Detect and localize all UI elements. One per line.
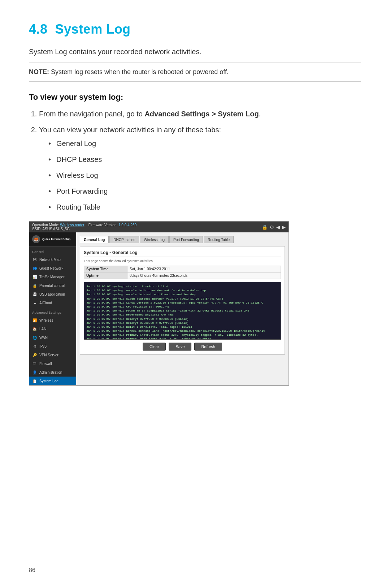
sc-topbar: Operation Mode: Wireless router Firmware… [29,222,289,232]
log-line: Jan 1 00:09:97 kernel: klogd started: Bu… [86,297,278,301]
sc-sidebar-firewall-label: Firewall [39,362,52,366]
log-line: Jan 1 00:09:97 kernel: Primary data cach… [86,337,278,340]
system-log-icon: 📋 [32,378,37,383]
subsection-title: To view your system log: [29,93,361,102]
tab-general-log[interactable]: General Log [80,236,109,243]
back-icon: ◀ [276,224,280,230]
sc-info-uptime-value: 0days 0hours 40minutes 23seconds [127,272,281,279]
note-box: NOTE: System log resets when the router … [29,63,361,82]
sc-ssid: SSID: ASUS ASUS_5G [32,227,136,231]
sc-log-area: Jan 1 00:09:97 syslogd started: BusyBox … [84,282,281,340]
sc-sidebar-traffic-manager-label: Traffic Manager [39,275,64,279]
sc-sidebar-aicloud-label: AiCloud [39,301,52,305]
tab-port-forwarding[interactable]: Port Forwarding [169,236,203,243]
section-description: System Log contains your recorded networ… [29,48,361,56]
sc-sidebar-usb-application[interactable]: 💾 USB application [29,290,76,299]
log-line: Jan 1 00:09:97 kernel: Linux version 2.6… [86,301,278,305]
lock-icon: 🔒 [262,224,268,230]
log-line: Jan 1 00:09:97 syslog: module leds-usb n… [86,292,278,296]
log-line: Jan 1 00:09:97 kernel: CPU revision is: … [86,305,278,309]
sc-tabs[interactable]: General Log DHCP leases Wireless Log Por… [80,236,285,243]
usb-application-icon: 💾 [32,292,37,297]
step-2: You can view your network activities in … [39,124,361,213]
sc-sidebar-usb-application-label: USB application [39,292,65,296]
bullet-wireless-log: Wireless Log [56,170,361,181]
sc-sidebar-vpn-server-label: VPN Server [39,353,58,357]
sc-panel-desc: This page shows the detailed system's ac… [84,259,281,263]
log-line: Jan 1 00:09:97 kernel: Found an ST compa… [86,309,278,313]
lan-icon: 🏠 [32,326,37,331]
sc-sidebar-ipv6[interactable]: ⚙ IPv6 [29,342,76,351]
firewall-icon: 🛡 [32,361,37,366]
sc-sidebar-firewall[interactable]: 🛡 Firewall [29,359,76,368]
log-line: Jan 1 00:09:97 syslogd started: BusyBox … [86,284,278,288]
sc-info-uptime-label: Uptime [84,272,127,279]
bullet-general-log: General Log [56,138,361,149]
sc-info-row-time: System Time Sat, Jan 1 00:42:23 2011 [84,266,281,272]
save-button[interactable]: Save [169,343,191,351]
sc-sidebar-administration[interactable]: 👤 Administration [29,368,76,377]
sc-info-time-value: Sat, Jan 1 00:42:23 2011 [127,266,281,272]
refresh-button[interactable]: Refresh [194,343,222,351]
sc-sidebar-guest-network-label: Guest Network [39,266,63,270]
bullet-port-forwarding: Port Forwarding [56,186,361,197]
screenshot-mockup: Operation Mode: Wireless router Firmware… [29,221,289,386]
step-1: From the navigation panel, go to Advance… [39,108,361,119]
tab-wireless-log[interactable]: Wireless Log [140,236,169,243]
sc-sidebar-traffic-manager[interactable]: 📊 Traffic Manager [29,272,76,281]
sc-sidebar-parental-control-label: Parental control [39,284,65,288]
sc-content: General Log DHCP leases Wireless Log Por… [76,232,289,385]
sc-sidebar-wan[interactable]: 🌐 WAN [29,333,76,342]
sc-panel: System Log - General Log This page shows… [80,246,285,355]
parental-control-icon: 🔒 [32,283,37,288]
sc-info-time-label: System Time [84,266,127,272]
clear-button[interactable]: Clear [143,343,166,351]
sc-sidebar-advanced-section: Advanced Settings [29,309,76,316]
steps-list: From the navigation panel, go to Advance… [29,108,361,213]
guest-network-icon: 👥 [32,266,37,271]
bullet-routing-table: Routing Table [56,202,361,213]
sc-sidebar-wireless[interactable]: 📶 Wireless [29,316,76,325]
tab-routing-table[interactable]: Routing Table [204,236,234,243]
sc-sidebar-aicloud[interactable]: ☁ AiCloud [29,299,76,307]
sc-sidebar-logo: 🦊 Quick Internet Setup [29,232,76,246]
vpn-server-icon: 🔑 [32,352,37,357]
sc-sidebar-ipv6-label: IPv6 [39,344,47,348]
sc-sidebar-network-map-label: Network Map [39,258,61,262]
sc-sidebar-lan[interactable]: 🏠 LAN [29,325,76,333]
sc-info-row-uptime: Uptime 0days 0hours 40minutes 23seconds [84,272,281,279]
ipv6-icon: ⚙ [32,344,37,349]
sc-sidebar-guest-network[interactable]: 👥 Guest Network [29,264,76,272]
bottom-line [29,566,361,566]
sc-sidebar-parental-control[interactable]: 🔒 Parental control [29,281,76,290]
sc-sidebar-lan-label: LAN [39,327,46,331]
page-number: 86 [29,567,35,574]
note-text: System log resets when the router is reb… [49,68,229,76]
log-line: Jan 1 00:09:97 kernel: Built 1 zonelists… [86,325,278,329]
wireless-icon: 📶 [32,318,37,323]
tab-dhcp-leases[interactable]: DHCP leases [109,236,139,243]
bullet-dhcp-leases: DHCP Leases [56,154,361,165]
log-line: Jan 1 00:09:97 kernel: Determined physic… [86,313,278,317]
sc-sidebar-administration-label: Administration [39,370,62,374]
wan-icon: 🌐 [32,335,37,340]
sc-sidebar-network-map[interactable]: 🗺 Network Map [29,255,76,264]
sc-operation-mode: Operation Mode: Wireless router Firmware… [32,223,136,227]
log-line: Jan 1 00:09:97 syslog: module ledtrig-us… [86,288,278,292]
sc-buttons: Clear Save Refresh [84,343,281,351]
sc-sidebar-wan-label: WAN [39,336,48,340]
settings-icon: ⚙ [270,224,274,230]
log-line: Jan 1 00:09:97 kernel: memory: 07fff000 … [86,317,278,321]
sc-sidebar-vpn-server[interactable]: 🔑 VPN Server [29,351,76,359]
section-title: 4.8 System Log [29,22,361,37]
tabs-bullet-list: General Log DHCP Leases Wireless Log Por… [39,138,361,213]
sc-sidebar-system-log[interactable]: 📋 System Log [29,377,76,385]
sc-topbar-icons: 🔒 ⚙ ◀ ▶ [262,224,286,230]
log-line: Jan 1 00:09:97 kernel: Primary instructi… [86,333,278,337]
log-line: Jan 1 00:09:97 kernel: Kernel command li… [86,329,278,333]
sc-logo-icon: 🦊 [32,235,40,243]
sc-sidebar-wireless-label: Wireless [39,318,53,322]
sc-sidebar-system-log-label: System Log [39,379,58,383]
sc-sidebar-general-section: General [29,249,76,255]
network-map-icon: 🗺 [32,257,37,262]
